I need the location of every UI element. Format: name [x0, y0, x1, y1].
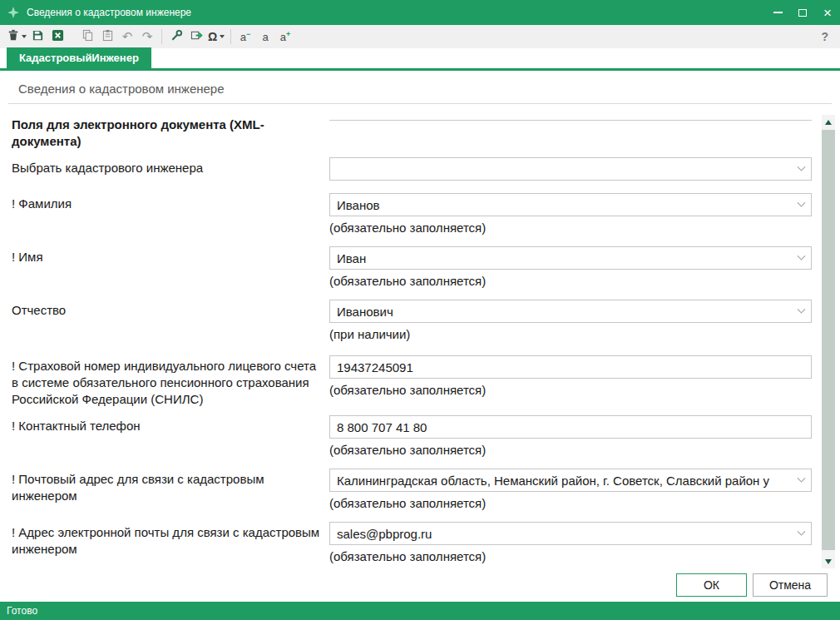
field-note: (обязательно заполняется)	[329, 273, 812, 290]
field-note: (обязательно заполняется)	[329, 495, 812, 512]
maximize-icon	[798, 9, 807, 17]
save-icon	[32, 29, 44, 45]
font-increase-icon: a+	[279, 30, 293, 43]
window-title: Сведения о кадастровом инженере	[27, 7, 765, 18]
tab-cadastral-engineer[interactable]: КадастровыйИнженер	[7, 47, 151, 68]
help-button[interactable]: ?	[821, 30, 828, 43]
firstname-combobox[interactable]: Иван	[329, 246, 812, 270]
form-row: ! Имя Иван (обязательно заполняется)	[12, 246, 812, 290]
vertical-scrollbar[interactable]	[822, 115, 835, 568]
cancel-button[interactable]: Отмена	[753, 573, 828, 597]
font-default-icon: a	[260, 31, 269, 43]
field-label: Отчество	[12, 300, 329, 319]
close-button[interactable]: ×	[815, 0, 840, 25]
chevron-down-icon	[798, 527, 806, 535]
chevron-down-icon	[22, 35, 27, 38]
application-window: Сведения о кадастровом инженере × ↶ ↷	[0, 0, 840, 620]
field-label: Выбрать кадастрового инженера	[12, 157, 329, 176]
font-default-button[interactable]: a	[256, 27, 274, 46]
field-label: ! Имя	[12, 246, 329, 265]
email-combobox[interactable]: sales@pbprog.ru	[329, 522, 812, 545]
minimize-button[interactable]	[765, 0, 790, 25]
page-title: Сведения о кадастровом инженере	[18, 82, 822, 96]
field-label: ! Контактный телефон	[12, 415, 329, 434]
font-decrease-button[interactable]: a−	[236, 27, 254, 46]
tab-strip: КадастровыйИнженер	[0, 48, 840, 71]
font-increase-button[interactable]: a+	[276, 27, 294, 46]
field-note: (обязательно заполняется)	[329, 442, 812, 459]
form-row: ! Адрес электронной почты для связи с ка…	[12, 522, 812, 565]
clear-form-icon	[7, 29, 19, 44]
copy-button[interactable]	[78, 27, 96, 46]
snils-input[interactable]: 19437245091	[329, 355, 812, 379]
form-row: ! Фамилия Иванов (обязательно заполняетс…	[12, 193, 812, 236]
open-window-button[interactable]	[187, 27, 205, 46]
title-bar: Сведения о кадастровом инженере ×	[0, 0, 840, 25]
font-decrease-icon: a−	[239, 30, 253, 43]
close-icon: ×	[823, 6, 832, 20]
field-note: (обязательно заполняется)	[329, 382, 812, 399]
ok-button[interactable]: ОК	[676, 573, 747, 597]
status-text: Готово	[7, 605, 37, 617]
form-row: ! Почтовый адрес для связи с кадастровым…	[12, 469, 812, 512]
combobox-value: Иван	[337, 251, 793, 265]
field-note: (при наличии)	[329, 326, 812, 343]
combobox-value: Калининградская область, Неманский район…	[337, 474, 793, 488]
app-icon	[7, 6, 20, 19]
input-value: 8 800 707 41 80	[337, 420, 804, 434]
scrollbar-thumb[interactable]	[822, 130, 835, 550]
paste-button[interactable]	[98, 27, 116, 46]
postal-address-combobox[interactable]: Калининградская область, Неманский район…	[329, 469, 812, 492]
footer: ОК Отмена	[0, 568, 840, 602]
combobox-value: Иванов	[337, 198, 793, 212]
toolbar-separator	[161, 29, 162, 44]
save-button[interactable]	[28, 27, 47, 46]
content-area: Сведения о кадастровом инженере Поля для…	[0, 71, 840, 568]
form-row: ! Контактный телефон 8 800 707 41 80 (об…	[12, 415, 812, 459]
redo-button[interactable]: ↷	[138, 27, 156, 46]
chevron-down-icon	[798, 251, 806, 260]
field-label: ! Почтовый адрес для связи с кадастровым…	[12, 469, 329, 504]
form-row: ! Страховой номер индивидуального лицево…	[12, 355, 812, 408]
toolbar: ↶ ↷ Ω a− a a+ ?	[0, 25, 840, 48]
toolbar-separator	[230, 29, 231, 44]
combobox-value: Иванович	[337, 305, 793, 319]
copy-icon	[82, 29, 94, 45]
minimize-icon	[773, 12, 783, 13]
chevron-down-icon	[798, 305, 806, 313]
divider	[329, 120, 812, 121]
field-label: ! Адрес электронной почты для связи с ка…	[12, 522, 329, 558]
omega-icon: Ω	[208, 30, 217, 43]
input-value: 19437245091	[337, 360, 804, 374]
section-header-row: Поля для электронного документа (XML-док…	[12, 117, 812, 150]
maximize-button[interactable]	[790, 0, 815, 25]
form-row: Отчество Иванович (при наличии)	[12, 300, 812, 343]
field-label: ! Фамилия	[12, 193, 329, 212]
field-note: (обязательно заполняется)	[329, 220, 812, 236]
tools-button[interactable]	[167, 27, 185, 46]
arrow-up-icon	[825, 120, 832, 125]
paste-icon	[101, 29, 114, 45]
clear-form-dropdown-button[interactable]	[7, 27, 27, 46]
form: Поля для электронного документа (XML-док…	[0, 104, 840, 568]
scroll-up-button[interactable]	[822, 115, 835, 129]
section-title: Поля для электронного документа (XML-док…	[12, 117, 329, 150]
chevron-down-icon	[798, 162, 806, 171]
select-engineer-combobox[interactable]	[329, 157, 812, 181]
field-note: (обязательно заполняется)	[329, 548, 812, 565]
omega-dropdown-button[interactable]: Ω	[207, 27, 225, 46]
field-label: ! Страховой номер индивидуального лицево…	[12, 355, 329, 408]
tools-icon	[170, 29, 183, 45]
patronymic-combobox[interactable]: Иванович	[329, 300, 812, 323]
chevron-down-icon	[220, 35, 225, 38]
surname-combobox[interactable]: Иванов	[329, 193, 812, 216]
undo-button[interactable]: ↶	[118, 27, 136, 46]
excel-export-icon	[52, 29, 64, 45]
phone-input[interactable]: 8 800 707 41 80	[329, 415, 812, 439]
chevron-down-icon	[798, 474, 806, 482]
form-row: Выбрать кадастрового инженера	[12, 157, 812, 181]
open-window-icon	[190, 29, 203, 45]
redo-icon: ↷	[142, 29, 153, 44]
excel-export-button[interactable]	[48, 27, 67, 46]
scroll-down-button[interactable]	[822, 554, 835, 568]
